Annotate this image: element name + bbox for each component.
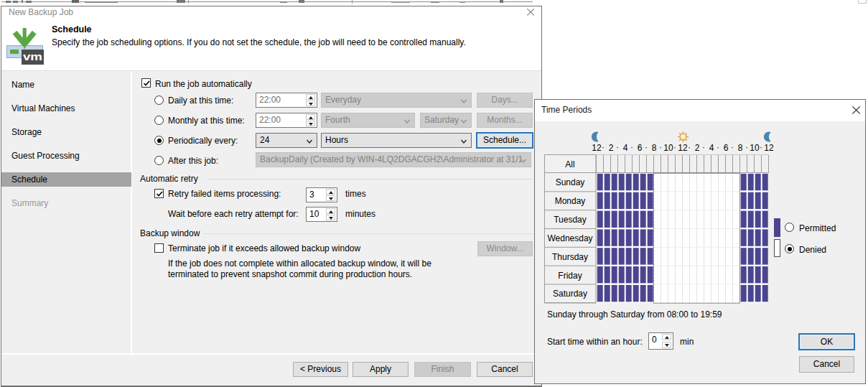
svg-text:All: All [565, 159, 574, 169]
svg-text:Monday: Monday [555, 196, 586, 206]
svg-text:Friday: Friday [558, 271, 582, 281]
svg-text:Saturday: Saturday [553, 289, 587, 299]
svg-text:Thursday: Thursday [552, 252, 588, 262]
svg-text:Sunday: Sunday [556, 177, 585, 187]
svg-text:Wednesday: Wednesday [547, 233, 592, 243]
svg-text:Tuesday: Tuesday [554, 215, 587, 225]
